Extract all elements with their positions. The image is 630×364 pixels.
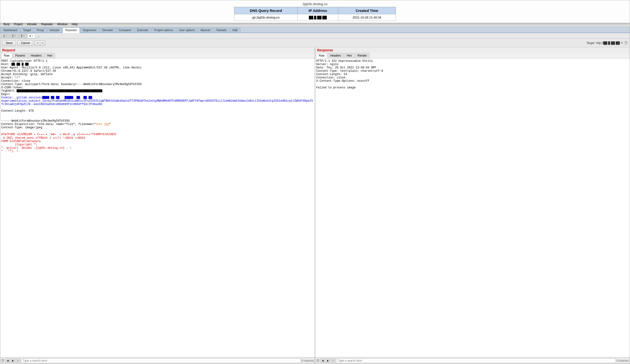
dns-row-0: git.2jq03c.dnslog.cn ██.█.██.██ 2021-10-… (234, 14, 315, 21)
cancel-button[interactable]: Cancel (17, 40, 33, 46)
dns-table: DNS Query Record IP Address Created Time… (234, 7, 315, 21)
content-area: Request Raw Params Headers Hex POST /upl… (0, 47, 315, 182)
toolbar: Send Cancel < > Target: http://██.█.██.█… (0, 39, 315, 47)
rep-tab-2[interactable]: 2 × (10, 33, 18, 38)
req-tab-hex[interactable]: Hex (45, 53, 55, 58)
request-tabs: Raw Params Headers Hex (0, 53, 315, 58)
tab-decoder[interactable]: Decoder (100, 27, 116, 32)
app-window: Burp Suite Professional v2.1.06 - Tempor… (0, 15, 315, 182)
send-button[interactable]: Send (2, 40, 16, 46)
tab-project-options[interactable]: Project options (152, 27, 176, 32)
rep-tab-2-close[interactable]: × (14, 34, 16, 37)
request-content[interactable]: POST /uploads/user HTTP/1.1 Host: ██.██.… (0, 58, 315, 182)
main-tab-bar: Dashboard Target Proxy Intruder Repeater… (0, 27, 315, 33)
next-button[interactable]: > (40, 40, 45, 46)
req-tab-raw[interactable]: Raw (1, 53, 12, 58)
req-tab-headers[interactable]: Headers (28, 53, 44, 58)
tab-user-options[interactable]: User options (176, 27, 198, 32)
rep-tab-3-close[interactable]: × (23, 34, 25, 37)
tab-proxy[interactable]: Proxy (34, 27, 47, 32)
dns-title: 2jq03c.dnslog.cn (302, 0, 315, 7)
dns-cell-query: git.2jq03c.dnslog.cn (234, 14, 298, 21)
prev-button[interactable]: < (35, 40, 40, 46)
repeater-tab-bar: 1 × 2 × 3 × 4 × ... (0, 33, 315, 39)
tab-sequencer[interactable]: Sequencer (80, 27, 99, 32)
tab-comparer[interactable]: Comparer (116, 27, 134, 32)
request-title: Request (0, 47, 315, 53)
request-panel: Request Raw Params Headers Hex POST /upl… (0, 47, 315, 182)
tab-intruder[interactable]: Intruder (47, 27, 62, 32)
tab-dashboard[interactable]: Dashboard (1, 27, 20, 32)
tab-hae[interactable]: HaE (230, 27, 240, 32)
rep-tab-4-close[interactable]: × (32, 34, 33, 37)
req-tab-params[interactable]: Params (12, 53, 28, 58)
dns-overlay: 2jq03c.dnslog.cn DNS Query Record IP Add… (0, 0, 315, 23)
tab-target[interactable]: Target (20, 27, 34, 32)
nav-group: < > (35, 40, 45, 46)
tab-toolsets[interactable]: Toolsets (214, 27, 229, 32)
dns-col-ip: IP Address (298, 7, 315, 14)
dns-col-query: DNS Query Record (234, 7, 298, 14)
rep-tab-3[interactable]: 3 × (18, 33, 27, 38)
rep-tab-4[interactable]: 4 × (27, 33, 36, 38)
rep-tab-1-close[interactable]: × (6, 34, 8, 37)
rep-tab-1[interactable]: 1 × (1, 33, 10, 38)
tab-repeater[interactable]: Repeater (62, 27, 80, 33)
dns-cell-ip: ██.█.██.██ (298, 14, 315, 21)
tab-extender[interactable]: Extender (134, 27, 151, 32)
rep-tab-more[interactable]: ... (36, 34, 41, 38)
tab-myscan[interactable]: Myscan (198, 27, 213, 32)
